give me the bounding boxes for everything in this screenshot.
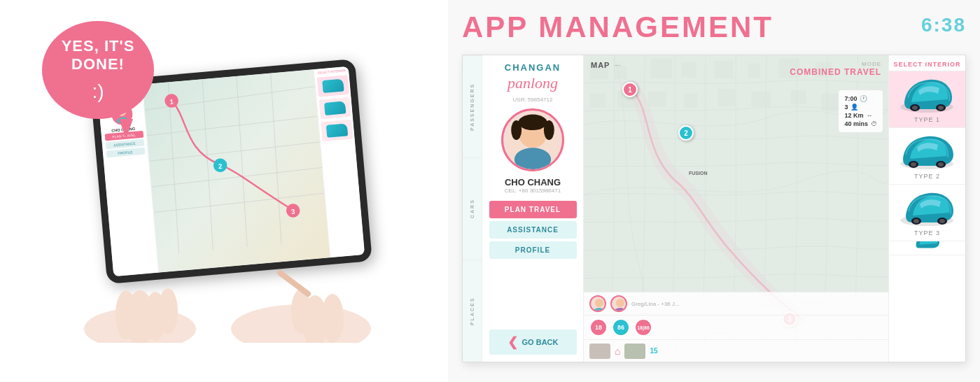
svg-point-64 bbox=[938, 162, 944, 167]
app-interface: PASSENGERS CARS PLACES CHANGAN panlong U… bbox=[462, 55, 966, 362]
passenger-avatar-1 bbox=[589, 295, 606, 312]
svg-line-26 bbox=[280, 273, 308, 294]
app-main-map: MAP — MODE COMBINED TRAVEL 7:00 🕐 3 👤 bbox=[584, 55, 888, 362]
user-cel: CEL: +86 3015986471 bbox=[505, 188, 561, 194]
brand-top: CHANGAN bbox=[505, 62, 561, 73]
stats-overlay: 7:00 🕐 3 👤 12 Km ↔ 40 mins ⏱ bbox=[839, 90, 883, 132]
svg-point-69 bbox=[939, 219, 945, 223]
car-option-3[interactable]: TYPE 3 bbox=[889, 185, 965, 241]
stat-time: 7:00 🕐 bbox=[844, 95, 877, 102]
strip-places: PLACES bbox=[463, 260, 482, 362]
map-label: MAP bbox=[591, 61, 610, 69]
svg-rect-42 bbox=[590, 94, 606, 108]
svg-point-21 bbox=[158, 288, 178, 334]
svg-rect-39 bbox=[748, 64, 760, 78]
map-pin-1: 1 bbox=[622, 82, 638, 97]
car-3d-type4 bbox=[897, 241, 957, 250]
car-badge-1: 18 bbox=[589, 318, 608, 337]
car-option-2[interactable]: TYPE 2 bbox=[889, 128, 965, 185]
right-section: APP MANAGEMENT 6:38 PASSENGERS CARS PLAC… bbox=[448, 0, 980, 382]
svg-rect-36 bbox=[651, 59, 672, 78]
passengers-row: Greg/Lina - +36 J... bbox=[584, 292, 888, 315]
go-back-button[interactable]: ❮ GO BACK bbox=[489, 330, 577, 355]
nav-assistance[interactable]: ASSISTANCE bbox=[489, 221, 577, 239]
fusion-label: FUSION bbox=[689, 171, 707, 176]
stat-count: 3 👤 bbox=[844, 104, 877, 111]
speech-line2: DONE! bbox=[71, 55, 125, 73]
stat-dist-val: 12 Km bbox=[844, 112, 863, 119]
nav-plan-travel[interactable]: PLAN TRAVEL bbox=[489, 201, 577, 218]
stat-duration: 40 mins ⏱ bbox=[844, 120, 877, 127]
svg-point-67 bbox=[913, 219, 919, 223]
go-back-label: GO BACK bbox=[522, 338, 559, 346]
time-icon: ⏱ bbox=[871, 120, 877, 127]
time-display: 6:38 bbox=[921, 14, 966, 36]
strip-passengers: PASSENGERS bbox=[463, 55, 482, 157]
place-icon-home: ⌂ bbox=[615, 346, 620, 357]
mini-select-label: SELECT INTERIOR bbox=[317, 69, 345, 74]
back-arrow-icon: ❮ bbox=[507, 334, 518, 350]
left-section: YES, IT'S DONE! :) CHANGAN panlong bbox=[0, 0, 448, 382]
stat-time-val: 7:00 bbox=[844, 95, 857, 102]
svg-point-59 bbox=[938, 106, 944, 110]
nav-profile[interactable]: PROFILE bbox=[489, 241, 577, 259]
svg-point-24 bbox=[321, 294, 344, 343]
svg-point-31 bbox=[511, 120, 522, 140]
places-list: ⌂ 15 bbox=[589, 344, 658, 359]
car-badge-3-val: 18 bbox=[637, 325, 643, 330]
svg-point-57 bbox=[912, 106, 918, 110]
user-id: USR: 59854712 bbox=[513, 97, 553, 103]
car-badge-3: 18|86 bbox=[634, 318, 652, 337]
strip-cars: CARS bbox=[463, 157, 482, 260]
svg-rect-46 bbox=[718, 89, 734, 106]
place-thumb-1 bbox=[589, 344, 610, 359]
car-badge-3-val2: 86 bbox=[644, 325, 650, 330]
mode-info: MODE COMBINED TRAVEL bbox=[790, 61, 881, 77]
select-interior-title: SELECT INTERIOR bbox=[892, 61, 962, 68]
car-type-3-label: TYPE 3 bbox=[914, 229, 940, 236]
app-sidebar: CHANGAN panlong USR: 59854712 CHO CHANG … bbox=[482, 55, 584, 362]
car-option-4[interactable] bbox=[889, 241, 965, 255]
app-left-strip: PASSENGERS CARS PLACES bbox=[463, 55, 482, 362]
svg-rect-37 bbox=[681, 62, 696, 78]
stat-count-val: 3 bbox=[844, 104, 848, 111]
svg-rect-45 bbox=[685, 94, 698, 108]
mini-profile: PROFILE bbox=[106, 148, 145, 158]
speech-smiley: :) bbox=[92, 80, 104, 103]
mini-car-3 bbox=[321, 120, 353, 142]
places-row: ⌂ 15 bbox=[584, 339, 888, 362]
distance-icon: ↔ bbox=[866, 112, 872, 119]
map-icon: — bbox=[614, 62, 620, 69]
svg-rect-49 bbox=[821, 94, 839, 111]
car-type-1-label: TYPE 1 bbox=[914, 116, 940, 123]
map-pin-2: 2 bbox=[678, 125, 694, 141]
map-bottom-section: Greg/Lina - +36 J... 18 86 18|86 bbox=[584, 292, 888, 362]
passengers-list: Greg/Lina - +36 J... bbox=[589, 295, 680, 312]
brand-sub: panlong bbox=[507, 74, 558, 92]
svg-point-53 bbox=[616, 299, 624, 307]
passenger-names: Greg/Lina - +36 J... bbox=[631, 301, 680, 307]
svg-point-30 bbox=[518, 115, 547, 130]
user-name: CHO CHANG bbox=[505, 177, 561, 188]
svg-point-54 bbox=[614, 308, 626, 312]
svg-point-19 bbox=[115, 290, 136, 339]
svg-point-32 bbox=[544, 120, 554, 140]
place-thumb-2 bbox=[624, 344, 645, 359]
stat-distance: 12 Km ↔ bbox=[844, 112, 877, 119]
map-header: MAP — bbox=[591, 61, 620, 69]
car-option-1[interactable]: TYPE 1 bbox=[889, 71, 965, 128]
svg-rect-47 bbox=[751, 92, 771, 107]
person-icon: 👤 bbox=[850, 104, 858, 111]
svg-point-52 bbox=[593, 308, 606, 312]
car-type-2-label: TYPE 2 bbox=[914, 173, 940, 180]
svg-rect-48 bbox=[791, 90, 806, 104]
car-3d-type2 bbox=[897, 132, 957, 171]
user-avatar bbox=[501, 108, 564, 171]
mode-value: COMBINED TRAVEL bbox=[790, 67, 881, 77]
svg-line-4 bbox=[149, 142, 321, 161]
car-badge-2: 86 bbox=[612, 318, 630, 337]
passenger-avatar-2 bbox=[610, 295, 627, 312]
car-3d-type3 bbox=[897, 189, 957, 227]
stat-dur-val: 40 mins bbox=[844, 120, 868, 127]
speech-bubble: YES, IT'S DONE! :) bbox=[42, 21, 154, 119]
